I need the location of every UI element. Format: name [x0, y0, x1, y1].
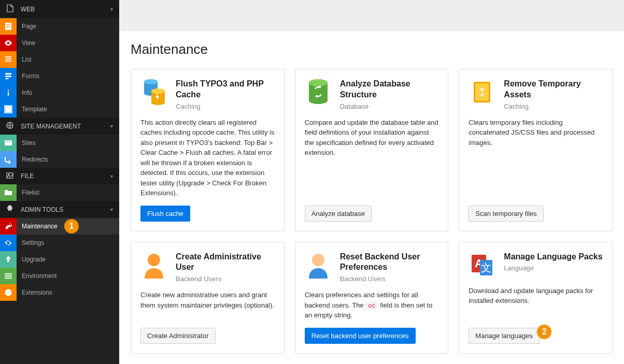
svg-rect-6 [5, 61, 11, 62]
nav-item-environment[interactable]: Environment [0, 268, 119, 284]
page-icon [0, 18, 17, 35]
nav-item-filelist[interactable]: Filelist [0, 184, 119, 201]
nav-item-sites[interactable]: Sites [0, 135, 119, 151]
card-subtitle: Caching [176, 103, 275, 110]
manage-languages-button[interactable]: Manage languages [469, 328, 540, 344]
step-badge-1: 1 [64, 219, 79, 234]
page-title: Maintenance [131, 41, 613, 57]
nav-item-forms[interactable]: Forms [0, 68, 119, 84]
card-reset-backend-prefs: Reset Backend User Preferences Backend U… [295, 242, 449, 354]
redirects-icon [0, 151, 17, 168]
card-subtitle: Backend Users [340, 275, 439, 283]
svg-point-32 [309, 97, 328, 104]
card-title: Flush TYPO3 and PHP Cache [176, 79, 275, 100]
svg-point-38 [312, 254, 324, 266]
sites-icon [0, 135, 17, 151]
svg-rect-19 [5, 273, 12, 274]
nav-item-label: Sites [17, 139, 36, 147]
forms-icon [0, 68, 17, 84]
step-badge-2: 2 [537, 325, 551, 339]
nav-item-info[interactable]: Info [0, 84, 119, 101]
nav-section-file[interactable]: FILE ▾ [0, 168, 119, 184]
template-icon [0, 101, 17, 118]
svg-point-28 [151, 100, 165, 105]
svg-point-37 [148, 254, 160, 266]
card-description: Clears preferences and settings for all … [305, 290, 439, 321]
list-icon [0, 51, 17, 68]
globe-icon [6, 122, 21, 130]
svg-point-33 [309, 79, 328, 86]
nav-item-maintenance[interactable]: Maintenance 1 [0, 218, 119, 235]
filelist-icon [0, 184, 17, 201]
cache-icon [140, 79, 167, 106]
card-description: Download and update language packs for i… [469, 286, 603, 321]
svg-rect-4 [5, 56, 11, 57]
desc-code: uc [365, 301, 378, 310]
svg-point-18 [8, 174, 9, 175]
nav-item-label: Upgrade [17, 256, 46, 263]
reset-backend-prefs-button[interactable]: Reset backend user preferences [305, 328, 416, 344]
svg-rect-20 [5, 275, 12, 276]
svg-point-25 [144, 79, 158, 84]
card-description: Clears temporary files including concate… [469, 118, 603, 198]
nav-item-label: List [17, 56, 32, 63]
eye-icon [0, 35, 17, 51]
nav-item-redirects[interactable]: Redirects [0, 151, 119, 168]
card-description: Compare and update the database table an… [305, 118, 439, 198]
card-title: Manage Language Packs [504, 252, 602, 263]
card-title: Remove Temporary Assets [504, 79, 603, 100]
svg-point-29 [151, 89, 165, 94]
nav-section-web[interactable]: WEB ▾ [0, 0, 119, 18]
user-blue-icon [305, 252, 332, 279]
chevron-down-icon: ▾ [110, 123, 113, 129]
card-description: This action directly clears all register… [140, 118, 275, 198]
nav-item-extensions[interactable]: Extensions [0, 284, 119, 301]
nav-item-list[interactable]: List [0, 51, 119, 68]
nav-section-admin-tools[interactable]: ADMIN TOOLS ▾ [0, 201, 119, 218]
nav-item-label: Info [17, 89, 32, 96]
sidebar: WEB ▾ Page View List Forms [0, 0, 119, 364]
main-content: Maintenance Flush TYPO3 and PHP Cache Ca… [119, 0, 624, 364]
card-subtitle: Language [504, 264, 602, 272]
environment-icon [0, 268, 17, 284]
scan-temporary-files-button[interactable]: Scan temporary files [469, 206, 544, 222]
card-analyze-database: Analyze Database Structure Database Comp… [295, 69, 449, 231]
svg-rect-15 [5, 140, 12, 145]
card-flush-cache: Flush TYPO3 and PHP Cache Caching This a… [131, 69, 285, 231]
create-administrator-button[interactable]: Create Administrator [140, 328, 216, 344]
nav-section-site-management[interactable]: SITE MANAGEMENT ▾ [0, 118, 119, 135]
flush-cache-button[interactable]: Flush cache [140, 206, 190, 222]
nav-item-page[interactable]: Page [0, 18, 119, 35]
chevron-down-icon: ▾ [110, 173, 113, 179]
file-icon [6, 4, 21, 14]
info-icon [0, 84, 17, 101]
nav-item-view[interactable]: View [0, 35, 119, 51]
nav-item-template[interactable]: Template [0, 101, 119, 118]
upgrade-icon [0, 251, 17, 268]
language-icon: A文 [469, 252, 495, 279]
nav-item-label: Template [17, 106, 47, 113]
nav-item-upgrade[interactable]: Upgrade [0, 251, 119, 268]
card-manage-language-packs: A文 Manage Language Packs Language Downlo… [459, 242, 613, 354]
svg-rect-1 [6, 24, 10, 25]
nav-item-label: View [17, 39, 35, 47]
user-orange-icon [140, 252, 167, 279]
analyze-database-button[interactable]: Analyze database [305, 206, 372, 222]
svg-rect-2 [6, 26, 10, 26]
card-subtitle: Caching [504, 103, 603, 110]
nav-section-label: SITE MANAGEMENT [21, 123, 81, 130]
card-title: Reset Backend User Preferences [340, 252, 439, 273]
nav-item-settings[interactable]: Settings [0, 235, 119, 251]
svg-rect-3 [6, 27, 9, 28]
nav-item-label: Extensions [17, 289, 52, 296]
database-icon [305, 79, 332, 106]
content-area: Maintenance Flush TYPO3 and PHP Cache Ca… [119, 31, 624, 364]
image-icon [6, 172, 21, 180]
nav-section-label: WEB [21, 6, 35, 13]
nav-item-label: Environment [17, 272, 56, 280]
card-subtitle: Backend Users [176, 275, 275, 283]
svg-rect-5 [5, 59, 11, 60]
svg-rect-7 [5, 73, 11, 75]
nav-item-label: Settings [17, 239, 44, 246]
card-title: Analyze Database Structure [340, 79, 439, 100]
